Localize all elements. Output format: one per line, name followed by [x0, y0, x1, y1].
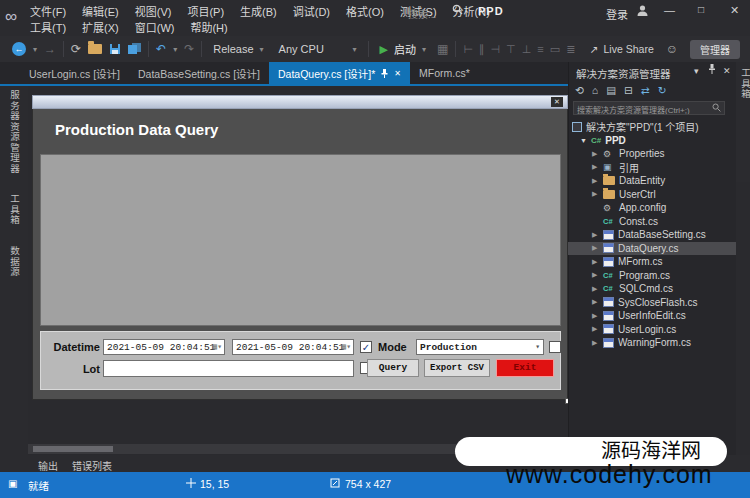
- maximize-button[interactable]: □: [698, 4, 704, 15]
- calendar-icon[interactable]: ▦▾: [341, 342, 351, 351]
- error-list-tab[interactable]: 错误列表: [72, 458, 112, 473]
- data-grid-panel[interactable]: [40, 154, 561, 326]
- close-tab-icon[interactable]: ✕: [394, 69, 401, 78]
- align-centers-icon[interactable]: ∥: [479, 43, 485, 56]
- open-file-icon[interactable]: [88, 44, 102, 54]
- datetime-enable-checkbox[interactable]: ✓: [360, 341, 372, 353]
- solution-configuration-select[interactable]: Release▾: [209, 41, 267, 57]
- align-bottoms-icon[interactable]: ⊥: [522, 43, 532, 56]
- tree-item-dataquery[interactable]: ▶ DataQuery.cs: [568, 242, 736, 256]
- minimize-button[interactable]: —: [664, 4, 675, 16]
- align-rights-icon[interactable]: ⊣: [491, 43, 501, 56]
- live-share-button[interactable]: ↗ Live Share: [590, 43, 654, 55]
- output-tab[interactable]: 输出: [38, 458, 58, 473]
- user-account-icon[interactable]: [636, 4, 649, 17]
- tree-item-userlogin[interactable]: ▶ UserLogin.cs: [568, 323, 736, 337]
- start-debug-button[interactable]: ▶ 启动 ▾: [376, 39, 430, 59]
- menu-project[interactable]: 项目(P): [187, 3, 224, 19]
- calendar-icon[interactable]: ▦▾: [212, 342, 222, 351]
- toolbox-collapsed-tab[interactable]: 工具箱: [738, 68, 750, 100]
- export-csv-button[interactable]: Export CSV: [424, 359, 490, 377]
- panel-options-icon[interactable]: ▾: [694, 66, 699, 76]
- project-node-ppd[interactable]: ▼ C# PPD: [568, 134, 736, 148]
- undo-icon[interactable]: ↶: [156, 42, 166, 56]
- sign-in-button[interactable]: 登录: [606, 6, 628, 22]
- scrollbar-thumb[interactable]: [33, 446, 113, 452]
- solution-platform-select[interactable]: Any CPU▾: [275, 41, 361, 57]
- expander-icon[interactable]: ▶: [592, 163, 599, 171]
- tree-item-appconfig[interactable]: ▶ ⚙ App.config: [568, 201, 736, 215]
- redo-icon[interactable]: ↷: [184, 42, 194, 56]
- tree-item-dataentity[interactable]: ▶ DataEntity: [568, 174, 736, 188]
- menu-file[interactable]: 文件(F): [30, 3, 66, 19]
- expander-icon[interactable]: ▶: [592, 312, 599, 320]
- menu-format[interactable]: 格式(O): [346, 3, 384, 19]
- designer-form-close-icon[interactable]: ✕: [551, 97, 563, 107]
- undo-dropdown-icon[interactable]: ▾: [173, 45, 177, 54]
- menu-view[interactable]: 视图(V): [135, 3, 172, 19]
- tree-item-warningform[interactable]: ▶ WarningForm.cs: [568, 336, 736, 350]
- datetime-from-picker[interactable]: 2021-05-09 20:04:51 ▦▾: [103, 339, 225, 355]
- expander-icon[interactable]: ▶: [592, 150, 599, 158]
- datetime-to-picker[interactable]: 2021-05-09 20:04:51 ▦▾: [232, 339, 354, 355]
- menu-debug[interactable]: 调试(D): [293, 3, 330, 19]
- navigate-back-icon[interactable]: ←: [12, 42, 26, 56]
- save-icon[interactable]: [109, 43, 121, 55]
- expander-icon[interactable]: ▶: [592, 190, 599, 198]
- expander-icon[interactable]: ▶: [592, 298, 599, 306]
- attach-process-icon[interactable]: ▦: [437, 42, 448, 56]
- make-same-size-icon[interactable]: ▭: [550, 43, 560, 56]
- sync-with-active-document-icon[interactable]: ⇄: [641, 84, 650, 96]
- align-tops-icon[interactable]: ⊤: [506, 43, 516, 56]
- navigate-back-dropdown-icon[interactable]: ▾: [33, 45, 37, 54]
- pin-icon[interactable]: [381, 69, 388, 78]
- expander-icon[interactable]: ▶: [592, 177, 599, 185]
- back-icon[interactable]: ⟲: [575, 84, 584, 96]
- expander-icon[interactable]: ▶: [592, 271, 599, 279]
- tab-dataquery-designer[interactable]: DataQuery.cs [设计]* ✕: [269, 62, 410, 84]
- exit-button[interactable]: Exit: [496, 359, 554, 377]
- expander-icon[interactable]: ▶: [592, 325, 599, 333]
- menu-extensions[interactable]: 扩展(X): [82, 19, 119, 35]
- menu-build[interactable]: 生成(B): [240, 3, 277, 19]
- data-sources-tab[interactable]: 数据源: [7, 246, 21, 278]
- expander-icon[interactable]: ▶: [592, 231, 599, 239]
- save-all-icon[interactable]: [128, 43, 141, 55]
- align-lefts-icon[interactable]: ⊢: [463, 43, 473, 56]
- tree-item-sqlcmd[interactable]: ▶ C# SQLCmd.cs: [568, 282, 736, 296]
- collapse-all-icon[interactable]: ⊟: [624, 84, 633, 96]
- query-button[interactable]: Query: [367, 359, 419, 377]
- switch-views-icon[interactable]: ▤: [606, 84, 616, 96]
- menu-tools[interactable]: 工具(T): [30, 19, 66, 35]
- close-panel-icon[interactable]: ✕: [723, 66, 731, 76]
- search-icon[interactable]: [452, 4, 463, 15]
- refresh-icon[interactable]: ⟳: [71, 42, 81, 56]
- tree-item-references[interactable]: ▶ ▣ 引用: [568, 161, 736, 175]
- tree-item-databasesetting[interactable]: ▶ DataBaseSetting.cs: [568, 228, 736, 242]
- feedback-icon[interactable]: ☺: [666, 42, 678, 56]
- make-same-width-icon[interactable]: ≡: [537, 43, 543, 56]
- menu-edit[interactable]: 编辑(E): [82, 3, 119, 19]
- toolbox-tab[interactable]: 工具箱: [7, 194, 21, 226]
- tree-item-mform[interactable]: ▶ MForm.cs: [568, 255, 736, 269]
- server-explorer-tab[interactable]: 服务器资源管理器: [7, 90, 21, 174]
- tab-userlogin-designer[interactable]: UserLogin.cs [设计]: [20, 62, 129, 84]
- expander-icon[interactable]: ▼: [580, 137, 587, 144]
- solution-node[interactable]: 解决方案"PPD"(1 个项目): [568, 120, 736, 134]
- home-icon[interactable]: ⌂: [592, 84, 598, 96]
- search-icon[interactable]: [712, 103, 721, 112]
- pin-icon[interactable]: [708, 64, 716, 74]
- make-same-height-icon[interactable]: ≣: [566, 43, 575, 56]
- quick-search-input[interactable]: 搜索...: [408, 6, 436, 21]
- tree-item-properties[interactable]: ▶ ⚙ Properties: [568, 147, 736, 161]
- tree-item-userinfoedit[interactable]: ▶ UserInfoEdit.cs: [568, 309, 736, 323]
- tree-item-program[interactable]: ▶ C# Program.cs: [568, 269, 736, 283]
- tree-item-const[interactable]: ▶ C# Const.cs: [568, 215, 736, 229]
- mode-combobox[interactable]: Production ▾: [416, 339, 544, 355]
- expander-icon[interactable]: ▶: [592, 339, 599, 347]
- tab-databasesetting-designer[interactable]: DataBaseSetting.cs [设计]: [129, 62, 269, 84]
- close-button[interactable]: ✕: [730, 4, 739, 17]
- tree-item-syscloseflash[interactable]: ▶ SysCloseFlash.cs: [568, 296, 736, 310]
- refresh-icon[interactable]: ↻: [658, 84, 667, 96]
- expander-icon[interactable]: ▶: [592, 244, 599, 252]
